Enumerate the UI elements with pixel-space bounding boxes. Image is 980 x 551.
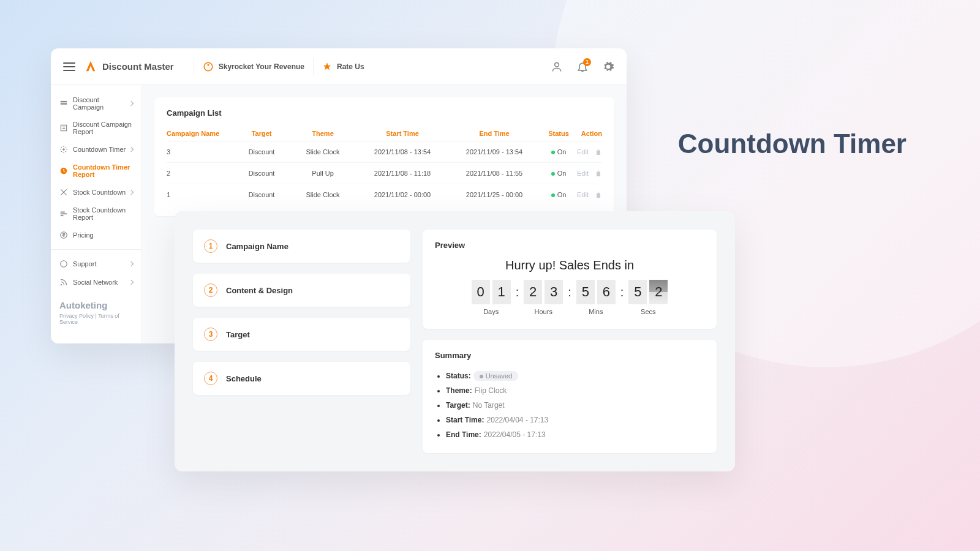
summary-start: Start Time:2022/04/04 - 17:13 (446, 413, 704, 427)
tools-icon (59, 188, 68, 197)
skyrocket-link[interactable]: Skyrocket Your Revenue (219, 62, 304, 71)
footer-legal[interactable]: Privacy Policy | Terms of Service (59, 313, 133, 325)
sidebar-item-label: Pricing (73, 231, 94, 239)
th-name: Campaign Name (167, 130, 234, 137)
timer-mins: 56 Mins (576, 280, 616, 315)
edit-link[interactable]: Edit (577, 170, 589, 177)
trash-icon[interactable] (595, 169, 602, 178)
digit: 5 (576, 280, 595, 304)
svg-rect-10 (61, 215, 64, 216)
cell-theme: Pull Up (289, 170, 356, 177)
preview-title: Preview (435, 241, 704, 250)
th-status: Status (540, 130, 577, 137)
bars-icon (59, 209, 68, 218)
bell-icon[interactable]: 1 (576, 61, 589, 73)
step-campaign-name[interactable]: 1Campaign Name (193, 230, 410, 263)
summary-target: Target:No Target (446, 398, 704, 413)
hamburger-icon[interactable] (63, 62, 75, 71)
sidebar-item-countdown-timer[interactable]: Countdown Timer (51, 140, 141, 159)
rate-us-link[interactable]: Rate Us (337, 62, 364, 71)
dollar-icon (59, 231, 68, 239)
cell-status: On (540, 170, 577, 177)
cell-target: Discount (234, 191, 289, 198)
summary-status: Status:Unsaved (446, 369, 704, 383)
sidebar-item-label: Countdown Timer Report (73, 163, 133, 178)
user-icon[interactable] (551, 61, 563, 73)
svg-point-6 (62, 148, 65, 151)
table-row: 1 Discount Slide Clock 2021/11/02 - 00:0… (167, 184, 602, 205)
trash-icon[interactable] (595, 190, 602, 199)
cell-start: 2021/11/08 - 11:18 (356, 170, 448, 177)
summary-theme: Theme:Flip Clock (446, 383, 704, 398)
edit-link[interactable]: Edit (577, 191, 589, 198)
preview-headline: Hurry up! Sales Ends in (435, 258, 704, 272)
svg-rect-4 (61, 103, 67, 104)
timer-label: Days (483, 308, 499, 315)
cell-name: 3 (167, 148, 234, 156)
svg-rect-8 (61, 212, 65, 213)
sidebar-item-social[interactable]: Social Network (51, 273, 141, 291)
sidebar: Discount Campaign Discount Campaign Repo… (51, 85, 142, 343)
summary-card: Summary Status:Unsaved Theme:Flip Clock … (423, 340, 717, 453)
timer-hours: 23 Hours (524, 280, 563, 315)
th-action: Action (581, 130, 602, 137)
digit: 3 (545, 280, 563, 304)
timer-days: 01 Days (472, 280, 511, 315)
step-label: Content & Design (226, 286, 293, 295)
th-start: Start Time (356, 130, 448, 137)
svg-rect-9 (61, 213, 67, 214)
digit: 1 (492, 280, 511, 304)
cell-start: 2021/11/02 - 00:00 (356, 191, 448, 198)
cell-target: Discount (234, 148, 289, 156)
svg-point-13 (61, 285, 61, 285)
cell-end: 2021/11/09 - 13:54 (448, 148, 540, 156)
svg-point-0 (204, 62, 213, 71)
clock-icon (59, 167, 68, 175)
status-dot-icon (551, 151, 555, 154)
sidebar-item-discount-report[interactable]: Discount Campaign Report (51, 116, 141, 140)
cell-target: Discount (234, 170, 289, 177)
countdown-timer: 01 Days : 23 Hours : 56 Mins : 52 Secs (435, 280, 704, 315)
hero-title: Countdown Timer (678, 129, 907, 159)
chevron-right-icon (129, 261, 134, 266)
sidebar-item-countdown-report[interactable]: Countdown Timer Report (51, 159, 141, 183)
chat-icon (59, 260, 68, 268)
cell-theme: Slide Clock (289, 148, 356, 156)
digit: 5 (628, 280, 647, 304)
cell-end: 2021/11/08 - 11:55 (448, 170, 540, 177)
status-dot-icon (551, 172, 555, 176)
sidebar-item-discount-campaign[interactable]: Discount Campaign (51, 91, 141, 116)
edit-link[interactable]: Edit (577, 148, 589, 156)
colon-separator: : (618, 280, 627, 304)
sidebar-item-support[interactable]: Support (51, 255, 141, 273)
chevron-right-icon (129, 190, 134, 195)
campaign-list-card: Campaign List Campaign Name Target Theme… (154, 97, 614, 216)
step-number: 1 (204, 239, 217, 253)
report-icon (59, 124, 68, 132)
step-number: 3 (204, 328, 217, 341)
step-content-design[interactable]: 2Content & Design (193, 274, 410, 307)
sidebar-item-pricing[interactable]: Pricing (51, 226, 141, 244)
chevron-right-icon (129, 147, 134, 152)
table-row: 3 Discount Slide Clock 2021/11/08 - 13:5… (167, 141, 602, 163)
step-label: Campaign Name (226, 242, 288, 251)
step-target[interactable]: 3Target (193, 318, 410, 351)
sidebar-item-stock-report[interactable]: Stock Countdown Report (51, 201, 141, 226)
table-row: 2 Discount Pull Up 2021/11/08 - 11:18 20… (167, 163, 602, 184)
svg-point-1 (207, 64, 209, 66)
cell-name: 1 (167, 191, 234, 198)
cell-start: 2021/11/08 - 13:54 (356, 148, 448, 156)
trash-icon[interactable] (595, 148, 602, 156)
step-label: Target (226, 330, 250, 339)
brand-title: Discount Master (102, 61, 174, 72)
chevron-right-icon (129, 280, 134, 285)
timer-label: Hours (535, 308, 552, 315)
step-label: Schedule (226, 374, 262, 383)
svg-rect-3 (61, 101, 67, 102)
sidebar-item-stock-countdown[interactable]: Stock Countdown (51, 183, 141, 201)
cell-status: On (540, 191, 577, 198)
gear-icon[interactable] (602, 61, 614, 73)
step-schedule[interactable]: 4Schedule (193, 362, 410, 395)
preview-card: Preview Hurry up! Sales Ends in 01 Days … (423, 230, 717, 329)
timer-secs: 52 Secs (628, 280, 668, 315)
